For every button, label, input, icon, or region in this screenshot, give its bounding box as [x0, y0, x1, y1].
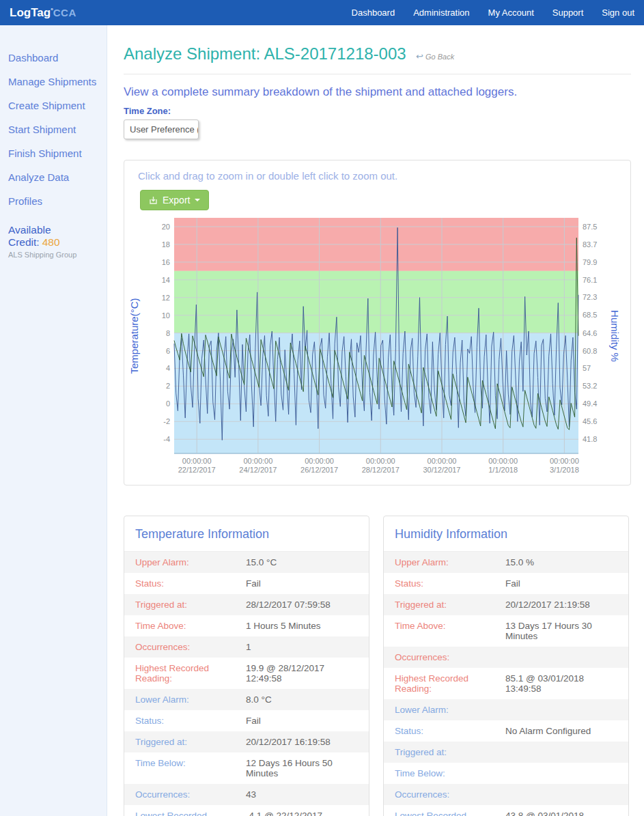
info-row-value: Fail	[505, 578, 520, 589]
logo-degree-mark: °	[51, 7, 53, 14]
y-left-tick-label: 0	[166, 399, 170, 408]
info-panels: Temperature Information Upper Alarm:15.0…	[124, 516, 631, 816]
logo-suffix: CCA	[53, 7, 76, 18]
y-left-tick-label: 18	[162, 240, 170, 249]
caret-down-icon	[195, 199, 200, 201]
temperature-info-title: Temperature Information	[135, 527, 358, 541]
info-table-row: Occurrences:1	[124, 636, 369, 658]
info-row-value: -4.1 @ 22/12/2017 19:24:58	[246, 811, 358, 816]
sidebar-item-analyze-data[interactable]: Analyze Data	[0, 165, 107, 189]
x-tick-time-label: 00:00:00	[366, 457, 395, 465]
y-right-axis-title: Humidity %	[609, 310, 621, 362]
y-right-tick-label: 76.1	[583, 276, 597, 284]
info-table-row: Status:No Alarm Configured	[384, 720, 628, 742]
info-row-label: Status:	[135, 578, 246, 589]
timezone-select[interactable]: User Preference ((	[124, 119, 199, 139]
topnav-item-my-account[interactable]: My Account	[488, 8, 534, 18]
info-row-value: 20/12/2017 16:19:58	[246, 737, 331, 747]
topnav-item-administration[interactable]: Administration	[413, 8, 469, 18]
info-table-row: Highest Recorded Reading:85.1 @ 03/01/20…	[384, 668, 628, 699]
info-row-label: Triggered at:	[135, 600, 246, 610]
x-tick-time-label: 00:00:00	[428, 457, 457, 465]
info-table-row: Time Below:	[384, 763, 628, 784]
info-row-label: Time Below:	[395, 768, 505, 778]
info-table-row: Upper Alarm:15.0 °C	[124, 552, 369, 573]
info-table-row: Time Below:12 Days 16 Hours 50 Minutes	[124, 752, 369, 784]
info-row-value: 19.9 @ 28/12/2017 12:49:58	[246, 663, 358, 684]
info-table-row: Time Above:1 Hours 5 Minutes	[124, 615, 369, 636]
temperature-info-rows: Upper Alarm:15.0 °CStatus:FailTriggered …	[124, 551, 369, 816]
info-row-value: 85.1 @ 03/01/2018 13:49:58	[505, 673, 617, 694]
info-row-value: 15.0 °C	[246, 557, 277, 567]
y-left-tick-label: 8	[166, 329, 170, 337]
app-logo[interactable]: LogTag°CCA	[10, 6, 76, 20]
zoom-hint: Click and drag to zoom in or double left…	[138, 170, 630, 182]
info-table-row: Triggered at:	[384, 742, 628, 763]
y-right-tick-label: 45.6	[583, 417, 597, 425]
y-right-tick-label: 72.3	[583, 293, 597, 301]
chart-panel: Click and drag to zoom in or double left…	[124, 160, 631, 486]
topnav-item-sign-out[interactable]: Sign out	[602, 8, 634, 18]
temperature-info-panel: Temperature Information Upper Alarm:15.0…	[124, 516, 369, 816]
y-left-tick-label: 10	[162, 311, 170, 320]
x-tick-time-label: 00:00:00	[488, 457, 518, 465]
y-right-tick-label: 60.8	[583, 347, 597, 355]
info-table-row: Lower Alarm:8.0 °C	[124, 689, 369, 710]
logo-brand: LogTag	[10, 6, 51, 19]
info-row-label: Upper Alarm:	[135, 557, 246, 567]
sidebar-item-profiles[interactable]: Profiles	[0, 189, 107, 213]
y-left-tick-label: 20	[162, 223, 170, 231]
topnav-item-dashboard[interactable]: Dashboard	[352, 8, 395, 18]
x-tick-date-label: 22/12/2017	[178, 466, 216, 474]
y-right-tick-label: 87.5	[583, 223, 597, 231]
sidebar-item-finish-shipment[interactable]: Finish Shipment	[0, 141, 107, 165]
info-row-label: Lowest Recorded Reading:	[395, 811, 505, 816]
export-button[interactable]: Export	[140, 190, 209, 210]
y-right-tick-label: 83.7	[583, 240, 597, 249]
info-table-row: Upper Alarm:15.0 %	[384, 552, 628, 573]
info-table-row: Lowest Recorded Reading:-4.1 @ 22/12/201…	[124, 805, 369, 816]
y-right-tick-label: 49.4	[583, 399, 597, 408]
info-row-label: Occurrences:	[135, 642, 246, 652]
y-left-tick-label: -2	[163, 417, 170, 425]
y-left-tick-label: 12	[162, 294, 170, 302]
sidebar-item-start-shipment[interactable]: Start Shipment	[0, 117, 107, 141]
sidebar-item-dashboard[interactable]: Dashboard	[0, 46, 107, 70]
topnav-item-support[interactable]: Support	[552, 8, 584, 18]
info-row-label: Highest Recorded Reading:	[135, 663, 246, 684]
y-left-tick-label: 4	[166, 364, 170, 372]
info-row-label: Upper Alarm:	[395, 557, 505, 567]
info-table-row: Status:Fail	[384, 573, 628, 594]
info-row-value: 1	[246, 642, 251, 652]
info-row-value: 20/12/2017 21:19:58	[505, 600, 590, 610]
sidebar-item-create-shipment[interactable]: Create Shipment	[0, 94, 107, 117]
info-row-label: Triggered at:	[395, 747, 505, 757]
info-row-label: Lowest Recorded Reading:	[135, 811, 246, 816]
info-row-value: 13 Days 17 Hours 30 Minutes	[505, 621, 617, 641]
info-row-label: Time Below:	[135, 758, 246, 778]
sidebar-item-manage-shipments[interactable]: Manage Shipments	[0, 70, 107, 94]
info-row-label: Status:	[135, 716, 246, 726]
y-right-tick-label: 79.9	[583, 258, 597, 266]
info-row-value: 43.8 @ 03/01/2018 04:29:58	[505, 811, 617, 816]
y-left-tick-label: 2	[166, 382, 170, 390]
page-title: Analyze Shipment: ALS-20171218-003	[124, 44, 406, 63]
info-row-label: Time Above:	[135, 621, 246, 631]
topbar: LogTag°CCA DashboardAdministrationMy Acc…	[0, 0, 644, 25]
humidity-info-title: Humidity Information	[395, 527, 617, 541]
info-row-label: Highest Recorded Reading:	[395, 673, 505, 694]
info-table-row: Status:Fail	[124, 710, 369, 731]
available-credit: Available Credit:480 ALS Shipping Group	[8, 224, 98, 259]
y-left-axis-title: Temperature(°C)	[128, 298, 140, 374]
group-name: ALS Shipping Group	[8, 251, 98, 259]
info-table-row: Occurrences:	[384, 784, 628, 805]
info-row-label: Triggered at:	[395, 600, 505, 610]
shipment-chart[interactable]: 20181614121086420-2-487.583.779.976.172.…	[124, 212, 630, 479]
x-tick-date-label: 3/1/2018	[550, 466, 579, 474]
go-back-icon: ↩	[416, 51, 423, 61]
y-left-tick-label: 14	[162, 276, 170, 284]
go-back-link[interactable]: ↩ Go Back	[416, 53, 454, 61]
info-table-row: Triggered at:20/12/2017 16:19:58	[124, 731, 369, 752]
x-tick-date-label: 30/12/2017	[423, 466, 460, 474]
info-row-value: No Alarm Configured	[505, 726, 591, 736]
